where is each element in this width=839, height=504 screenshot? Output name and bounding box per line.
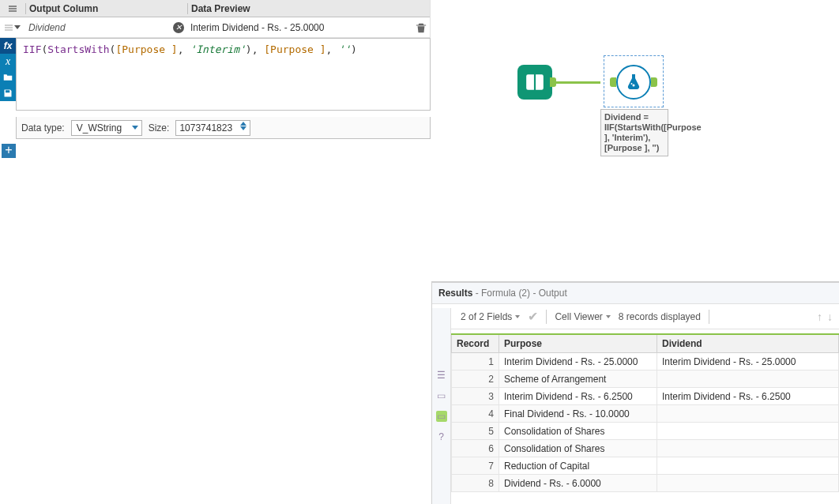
formula-node-annotation: Dividend = IIF(StartsWith([Purpose ], 'I… (600, 109, 668, 156)
datatype-label: Data type: (21, 122, 65, 134)
table-row[interactable]: 8Dividend - Rs. - 6.0000 (452, 475, 839, 492)
results-sidebar: ☰ ▭ ▭ ? (432, 308, 451, 504)
chevron-down-icon (515, 315, 520, 318)
col-record[interactable]: Record (452, 334, 499, 353)
expression-editor[interactable]: IIF(StartsWith([Purpose ], 'Interim'), [… (16, 38, 431, 111)
row-grip[interactable] (0, 6, 25, 12)
cell-dividend[interactable] (657, 440, 839, 457)
spin-up-icon[interactable] (240, 122, 246, 126)
table-row[interactable]: 1Interim Dividend - Rs. - 25.0000Interim… (452, 353, 839, 370)
data-preview-value: Interim Dividend - Rs. - 25.0000 (190, 22, 324, 33)
help-icon[interactable]: ? (436, 431, 447, 442)
cell-purpose[interactable]: Reduction of Capital (499, 457, 657, 475)
spin-down-icon[interactable] (240, 126, 246, 130)
delete-expression-icon[interactable] (416, 22, 427, 33)
fields-dropdown[interactable]: 2 of 2 Fields (461, 311, 520, 322)
svg-point-0 (633, 85, 635, 87)
col-dividend[interactable]: Dividend (657, 334, 839, 353)
separator (709, 310, 709, 324)
cell-purpose[interactable]: Consolidation of Shares (499, 423, 657, 440)
apply-icon[interactable]: ✔ (528, 309, 538, 324)
cell-dividend[interactable]: Interim Dividend - Rs. - 25.0000 (657, 353, 839, 370)
results-title-prefix: Results (438, 288, 472, 299)
config-header: Output Column Data Preview (0, 0, 430, 17)
table-row[interactable]: 5Consolidation of Shares (452, 423, 839, 440)
add-expression-button[interactable]: + (2, 144, 16, 158)
cell-dividend[interactable] (657, 457, 839, 475)
open-icon[interactable] (0, 70, 16, 85)
results-title-suffix: - Formula (2) - Output (476, 288, 567, 299)
chevron-down-icon (606, 315, 611, 318)
results-toolbar: 2 of 2 Fields ✔ Cell Viewer 8 records di… (432, 304, 839, 329)
fields-summary: 2 of 2 Fields (461, 311, 512, 322)
fx-functions-icon[interactable]: fx (0, 38, 16, 54)
results-grid[interactable]: Record Purpose Dividend 1Interim Dividen… (451, 333, 839, 504)
cell-purpose[interactable]: Interim Dividend - Rs. - 6.2500 (499, 388, 657, 405)
formula-output-anchor[interactable] (651, 77, 657, 87)
cell-purpose[interactable]: Interim Dividend - Rs. - 25.0000 (499, 353, 657, 370)
separator (546, 310, 547, 324)
record-number: 8 (452, 475, 499, 492)
table-row[interactable]: 6Consolidation of Shares (452, 440, 839, 457)
expression-toolbar: fx x (0, 38, 16, 101)
data-view-icon[interactable]: ▭ (436, 411, 447, 422)
cell-viewer-dropdown[interactable]: Cell Viewer (555, 311, 610, 322)
next-record-icon[interactable]: ↓ (827, 310, 833, 323)
size-spinner[interactable] (239, 122, 248, 130)
output-column-header: Output Column (25, 3, 187, 14)
cell-dividend[interactable] (657, 370, 839, 388)
record-number: 3 (452, 388, 499, 405)
size-value: 1073741823 (179, 122, 232, 134)
prev-record-icon[interactable]: ↑ (817, 310, 822, 323)
messages-view-icon[interactable]: ☰ (436, 370, 447, 381)
cell-dividend[interactable] (657, 423, 839, 440)
size-input[interactable]: 1073741823 (175, 120, 250, 136)
datatype-value: V_WString (77, 122, 122, 134)
col-purpose[interactable]: Purpose (499, 334, 657, 353)
record-number: 6 (452, 440, 499, 457)
columns-icon[interactable]: x (0, 54, 16, 70)
expand-toggle[interactable] (0, 24, 25, 31)
record-number: 5 (452, 423, 499, 440)
cell-dividend[interactable] (657, 405, 839, 423)
record-number: 7 (452, 457, 499, 475)
datatype-select[interactable]: V_WString (71, 120, 142, 136)
output-column-value: Dividend (28, 22, 66, 33)
results-table: Record Purpose Dividend 1Interim Dividen… (451, 333, 839, 492)
table-row[interactable]: 3Interim Dividend - Rs. - 6.2500Interim … (452, 388, 839, 405)
save-icon[interactable] (0, 85, 16, 101)
svg-point-1 (631, 83, 633, 85)
results-title: Results - Formula (2) - Output (432, 283, 839, 304)
chevron-down-icon (132, 126, 138, 130)
records-summary: 8 records displayed (619, 311, 701, 322)
config-value-row: Dividend ✕ Interim Dividend - Rs. - 25.0… (0, 17, 430, 38)
workflow-canvas[interactable]: Dividend = IIF(StartsWith([Purpose ], 'I… (442, 0, 839, 280)
clear-column-icon[interactable]: ✕ (173, 22, 184, 33)
cell-viewer-label: Cell Viewer (555, 311, 602, 322)
size-label: Size: (149, 122, 170, 134)
cell-purpose[interactable]: Dividend - Rs. - 6.0000 (499, 475, 657, 492)
record-number: 1 (452, 353, 499, 370)
cell-purpose[interactable]: Final Dividend - Rs. - 10.0000 (499, 405, 657, 423)
connection-wire[interactable] (553, 81, 600, 84)
input-anchor[interactable] (610, 77, 616, 87)
cell-dividend[interactable]: Interim Dividend - Rs. - 6.2500 (657, 388, 839, 405)
formula-tool-node[interactable] (616, 65, 651, 100)
cell-purpose[interactable]: Consolidation of Shares (499, 440, 657, 457)
table-row[interactable]: 7Reduction of Capital (452, 457, 839, 475)
cell-purpose[interactable]: Scheme of Arrangement (499, 370, 657, 388)
datatype-row: Data type: V_WString Size: 1073741823 (16, 117, 431, 139)
data-preview-cell: Interim Dividend - Rs. - 25.0000 (187, 22, 430, 33)
table-row[interactable]: 4Final Dividend - Rs. - 10.0000 (452, 405, 839, 423)
record-number: 4 (452, 405, 499, 423)
formula-config-panel: Output Column Data Preview Dividend ✕ In… (0, 0, 431, 38)
output-column-field[interactable]: Dividend ✕ (25, 22, 187, 33)
results-panel: Results - Formula (2) - Output ☰ ▭ ▭ ? 2… (431, 281, 839, 504)
table-row[interactable]: 2Scheme of Arrangement (452, 370, 839, 388)
metadata-view-icon[interactable]: ▭ (436, 390, 447, 401)
input-tool-node[interactable] (517, 65, 552, 100)
record-number: 2 (452, 370, 499, 388)
data-preview-header: Data Preview (187, 3, 430, 14)
cell-dividend[interactable] (657, 475, 839, 492)
